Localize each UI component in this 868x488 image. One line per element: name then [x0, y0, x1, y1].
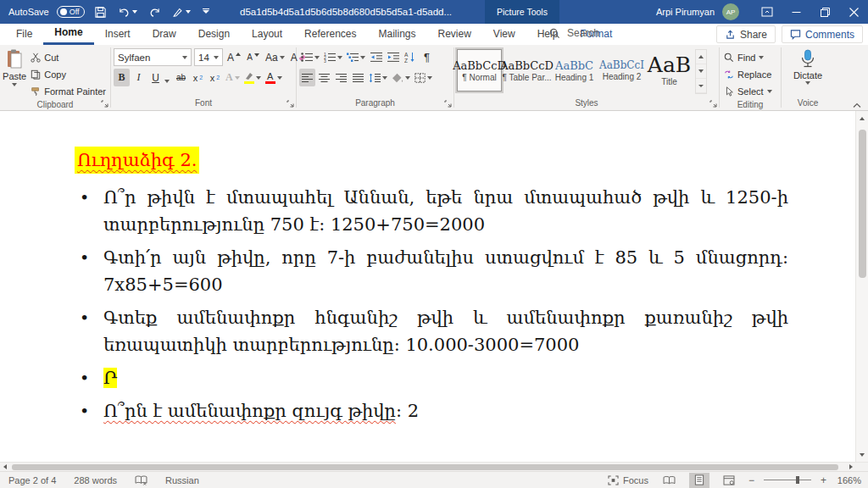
- change-case-button[interactable]: Aa: [264, 48, 287, 66]
- copy-button[interactable]: Copy: [29, 66, 108, 82]
- undo-button[interactable]: [116, 3, 139, 21]
- style-table-par[interactable]: AaBbCcD¶ Table Par...: [504, 49, 549, 92]
- cut-button[interactable]: Cut: [29, 49, 108, 65]
- multilevel-list-button[interactable]: [345, 48, 367, 66]
- scroll-right-arrow-icon[interactable]: [849, 464, 853, 469]
- vertical-scroll-thumb[interactable]: [859, 130, 866, 278]
- styles-dialog-launcher-icon[interactable]: [709, 100, 717, 108]
- underline-button[interactable]: U: [147, 69, 164, 86]
- tab-file[interactable]: File: [5, 24, 43, 45]
- style-heading-2[interactable]: AaBbCcIHeading 2: [599, 49, 644, 92]
- scroll-down-arrow-icon[interactable]: [860, 453, 865, 457]
- tab-design[interactable]: Design: [187, 24, 241, 45]
- bold-button[interactable]: B: [114, 69, 130, 86]
- language-indicator[interactable]: Russian: [164, 475, 201, 485]
- restore-button[interactable]: [810, 0, 839, 24]
- tab-home[interactable]: Home: [43, 24, 93, 45]
- select-button[interactable]: Select: [722, 83, 774, 99]
- collapse-ribbon-button[interactable]: [853, 103, 861, 108]
- tab-references[interactable]: References: [293, 24, 367, 45]
- proofing-status[interactable]: [133, 475, 149, 485]
- zoom-slider[interactable]: [764, 480, 811, 480]
- shrink-font-button[interactable]: A: [245, 48, 261, 66]
- style-title[interactable]: AaBTitle: [647, 49, 692, 92]
- grow-font-button[interactable]: A: [225, 48, 242, 66]
- paste-button[interactable]: Paste: [3, 47, 26, 99]
- tab-insert[interactable]: Insert: [94, 24, 142, 45]
- paragraph-dialog-launcher-icon[interactable]: [444, 100, 452, 108]
- web-layout-button[interactable]: [719, 473, 739, 488]
- avatar[interactable]: AP: [722, 3, 739, 20]
- decrease-indent-button[interactable]: [368, 48, 384, 66]
- focus-mode-button[interactable]: Focus: [606, 475, 650, 485]
- italic-button[interactable]: I: [131, 69, 147, 86]
- tab-review[interactable]: Review: [427, 24, 482, 45]
- word-count[interactable]: 288 words: [72, 475, 119, 485]
- tab-view[interactable]: View: [482, 24, 526, 45]
- styles-scroll-down-button[interactable]: [696, 64, 706, 79]
- read-mode-button[interactable]: [659, 473, 680, 488]
- underline-dropdown-icon[interactable]: [164, 80, 170, 83]
- justify-button[interactable]: [350, 69, 366, 86]
- font-size-combo[interactable]: 14: [194, 48, 223, 66]
- sort-button[interactable]: AZ: [402, 48, 418, 66]
- superscript-button[interactable]: x2: [207, 69, 223, 86]
- share-button[interactable]: Share: [716, 25, 776, 43]
- print-layout-button[interactable]: [689, 473, 709, 488]
- dictate-button[interactable]: Dictate: [787, 47, 829, 97]
- styles-more-button[interactable]: [696, 79, 706, 93]
- styles-scroll-up-button[interactable]: [696, 50, 706, 64]
- clipboard-dialog-launcher-icon[interactable]: [101, 100, 108, 108]
- zoom-out-button[interactable]: −: [748, 476, 754, 485]
- page-indicator[interactable]: Page 2 of 4: [7, 475, 58, 485]
- increase-indent-button[interactable]: [385, 48, 401, 66]
- scroll-left-arrow-icon[interactable]: [3, 464, 7, 469]
- subscript-button[interactable]: x2: [190, 69, 206, 86]
- save-button[interactable]: [92, 3, 108, 21]
- vertical-scrollbar[interactable]: [855, 111, 868, 462]
- font-name-combo[interactable]: Sylfaen: [114, 48, 192, 66]
- titlebar: AutoSave Off d5a1d5b4d5a1d5b6d5b8d680d5b…: [0, 0, 868, 24]
- shading-button[interactable]: [390, 69, 412, 86]
- borders-button[interactable]: [413, 69, 434, 86]
- ink-button[interactable]: [170, 3, 192, 21]
- align-center-button[interactable]: [316, 69, 332, 86]
- tab-layout[interactable]: Layout: [241, 24, 293, 45]
- document-page[interactable]: Ուղղաձիգ 2. •Ո՞ր թիվն է մտապահել Աննան, …: [0, 111, 868, 462]
- redo-button[interactable]: [147, 3, 163, 21]
- style-heading-1[interactable]: AaBbCHeading 1: [552, 49, 597, 92]
- comments-button[interactable]: Comments: [782, 25, 863, 43]
- scroll-up-arrow-icon[interactable]: [860, 117, 865, 120]
- replace-button[interactable]: Replace: [722, 66, 774, 82]
- autosave-toggle[interactable]: Off: [57, 6, 85, 18]
- show-marks-button[interactable]: ¶: [419, 48, 435, 66]
- align-left-button[interactable]: [299, 69, 315, 86]
- zoom-in-button[interactable]: +: [821, 476, 826, 485]
- close-button[interactable]: [839, 0, 868, 24]
- format-painter-button[interactable]: Format Painter: [29, 83, 108, 99]
- user-name[interactable]: Arpi Pirumyan: [656, 7, 715, 17]
- bullets-button[interactable]: [299, 48, 321, 66]
- ribbon-display-options-button[interactable]: [753, 0, 782, 24]
- highlight-color-button[interactable]: [242, 69, 263, 86]
- tab-draw[interactable]: Draw: [142, 24, 187, 45]
- search-box[interactable]: Search: [549, 27, 599, 39]
- horizontal-scrollbar[interactable]: [0, 462, 868, 471]
- text-effects-button[interactable]: A: [224, 69, 242, 86]
- font-color-button[interactable]: A: [264, 69, 284, 86]
- bullet-content: Ո՞րն է ամենափոքր զույգ թիվը: 2: [103, 397, 788, 424]
- picture-tools-header[interactable]: Picture Tools: [485, 0, 559, 24]
- style-normal[interactable]: AaBbCcD¶ Normal: [457, 49, 502, 92]
- font-dialog-launcher-icon[interactable]: [287, 100, 294, 108]
- line-spacing-button[interactable]: [367, 69, 389, 86]
- strikethrough-button[interactable]: ab: [173, 69, 189, 86]
- horizontal-scroll-thumb[interactable]: [12, 464, 838, 470]
- qat-customize-button[interactable]: [200, 3, 212, 21]
- numbering-button[interactable]: 123: [322, 48, 344, 66]
- align-right-button[interactable]: [333, 69, 349, 86]
- find-button[interactable]: Find: [722, 49, 774, 65]
- tab-mailings[interactable]: Mailings: [367, 24, 426, 45]
- zoom-level[interactable]: 166%: [836, 475, 861, 485]
- zoom-slider-thumb[interactable]: [796, 476, 799, 484]
- minimize-button[interactable]: [782, 0, 810, 24]
